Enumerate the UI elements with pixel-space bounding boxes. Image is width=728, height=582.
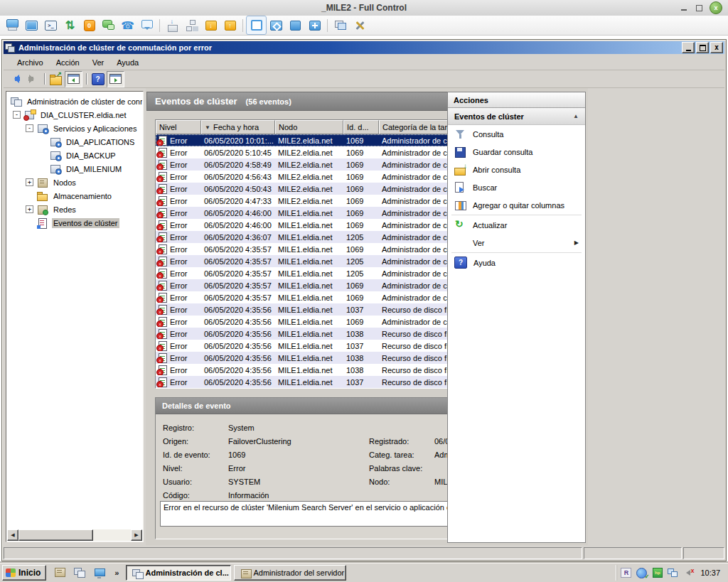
action-ver[interactable]: Ver▶ xyxy=(448,234,585,252)
view-full-icon[interactable] xyxy=(286,16,305,34)
action-actualizar[interactable]: Actualizar xyxy=(448,216,585,234)
scroll-right-button[interactable]: ▶ xyxy=(131,529,142,541)
tray-network-activity-icon[interactable] xyxy=(636,567,648,578)
action-agregar-o-quitar-columnas[interactable]: Agregar o quitar columnas xyxy=(448,196,585,214)
collapse-icon[interactable]: ▲ xyxy=(573,113,579,119)
tree-item-nodos[interactable]: +Nodos xyxy=(7,176,142,189)
maximize-button[interactable] xyxy=(696,42,709,53)
menu-archivo[interactable]: Archivo xyxy=(11,56,50,69)
switch-windows-icon[interactable] xyxy=(331,16,350,34)
quicklaunch-show-desktop-icon[interactable] xyxy=(92,565,107,581)
menu-ver[interactable]: Ver xyxy=(86,56,111,69)
error-icon xyxy=(159,172,167,182)
app-titlebar: Administración de clúster de conmutación… xyxy=(4,41,724,54)
message-icon[interactable] xyxy=(137,16,156,34)
file-transfer-icon[interactable] xyxy=(60,16,80,34)
tree-item-redes[interactable]: +Redes xyxy=(7,203,142,216)
taskbar-button-administracion-de-cl[interactable]: Administración de cl... xyxy=(126,565,231,581)
column-header-nodo[interactable]: Nodo xyxy=(275,120,343,134)
scrollbar-thumb[interactable] xyxy=(18,529,93,541)
action-guardar-consulta[interactable]: Guardar consulta xyxy=(448,143,585,161)
network-hosts-icon[interactable] xyxy=(182,16,201,34)
event-level: Error xyxy=(170,185,187,193)
quicklaunch-server-manager-icon[interactable] xyxy=(52,565,68,581)
console-tree-panel: Administración de clúster de conmu-DIA_C… xyxy=(6,91,144,542)
tray-network-connection-icon[interactable] xyxy=(667,567,679,578)
tree-expander[interactable]: - xyxy=(13,111,21,119)
action-buscar[interactable]: Buscar xyxy=(448,178,585,196)
error-icon xyxy=(159,148,167,158)
voice-call-icon[interactable] xyxy=(118,16,137,34)
event-id: 1069 xyxy=(343,136,379,145)
tree-item-servicios-y-aplicaciones[interactable]: -Servicios y Aplicaciones xyxy=(7,122,142,135)
power-icon[interactable] xyxy=(80,16,99,34)
tree-expander[interactable]: + xyxy=(26,178,33,186)
action-pane-icon[interactable] xyxy=(107,71,124,87)
start-button[interactable]: Inicio xyxy=(2,565,46,581)
back-icon[interactable] xyxy=(7,72,23,87)
tree-item-almacenamiento[interactable]: Almacenamiento xyxy=(7,189,142,203)
actions-group-header[interactable]: Eventos de clúster ▲ xyxy=(448,108,585,125)
scrollbar-track[interactable] xyxy=(93,529,131,541)
close-button[interactable] xyxy=(710,42,723,53)
action-consulta[interactable]: Consulta xyxy=(448,125,585,143)
action-abrir-consulta[interactable]: Abrir consulta xyxy=(448,161,585,178)
terminal-icon[interactable] xyxy=(41,16,60,34)
tree-item-administracion-de-cluster-de-conmu[interactable]: Administración de clúster de conmu xyxy=(7,95,142,108)
taskbar-button-administrador-del-servidor[interactable]: Administrador del servidor xyxy=(234,565,346,581)
tree-item-eventos-de-cluster[interactable]: Eventos de clúster xyxy=(7,216,142,230)
help-icon[interactable] xyxy=(90,72,106,87)
event-datetime: 06/05/2020 4:35:56 xyxy=(201,366,275,374)
scroll-left-button[interactable]: ◀ xyxy=(7,529,18,541)
column-header-id-d[interactable]: Id. d... xyxy=(343,120,379,134)
tray-vnc-icon[interactable] xyxy=(620,567,632,578)
event-level: Error xyxy=(170,173,187,181)
settings-icon[interactable] xyxy=(350,16,369,34)
view-normal-icon[interactable] xyxy=(246,16,267,35)
host-maximize-icon[interactable] xyxy=(695,4,703,12)
tree-expander[interactable]: - xyxy=(26,124,33,132)
event-datetime: 06/05/2020 4:35:57 xyxy=(201,269,275,278)
export-icon[interactable] xyxy=(48,72,64,87)
event-id: 1069 xyxy=(343,161,379,169)
console-tree-icon[interactable] xyxy=(65,71,82,87)
host-minimize-icon[interactable] xyxy=(680,4,688,12)
upload-box-icon[interactable] xyxy=(220,16,240,34)
action-ayuda[interactable]: Ayuda xyxy=(448,254,585,271)
event-id: 1038 xyxy=(343,354,379,362)
quicklaunch-cluster-manager-icon[interactable] xyxy=(72,565,87,581)
tree-item-dia-cluster-eldia-net[interactable]: -DIA_CLUSTER.eldia.net xyxy=(7,108,142,122)
event-datetime: 06/05/2020 4:35:56 xyxy=(201,318,275,326)
view-scale-icon[interactable] xyxy=(305,16,324,34)
networks-icon xyxy=(37,205,49,215)
column-header-fecha-y-hora[interactable]: ▼Fecha y hora xyxy=(201,120,275,134)
tree-item-dia-backup[interactable]: DIA_BACKUP xyxy=(7,149,142,162)
tree-item-dia-aplications[interactable]: DIA_APLICATIONS xyxy=(7,135,142,149)
field-label: Nodo: xyxy=(369,478,434,486)
column-header-nivel[interactable]: Nivel xyxy=(156,120,201,134)
deploy-icon[interactable] xyxy=(163,16,182,34)
detail-field: Nivel:Error xyxy=(163,461,362,475)
menu-ayuda[interactable]: Ayuda xyxy=(110,56,145,69)
minimize-button[interactable] xyxy=(682,42,695,53)
remote-screen-icon[interactable] xyxy=(3,16,22,34)
event-id: 1205 xyxy=(343,269,379,278)
chat-icon[interactable] xyxy=(99,16,118,34)
event-level: Error xyxy=(170,257,187,266)
view-fit-icon[interactable] xyxy=(267,16,286,34)
tree-horizontal-scrollbar[interactable]: ◀ ▶ xyxy=(7,529,142,541)
tray-volume-muted-icon[interactable] xyxy=(682,567,695,578)
host-close-icon[interactable] xyxy=(710,1,722,14)
tray-hp-agent-icon[interactable] xyxy=(651,567,663,578)
event-node: MILE1.eldia.net xyxy=(275,233,343,242)
menu-accion[interactable]: Acción xyxy=(50,56,86,69)
forward-icon[interactable] xyxy=(24,72,41,87)
download-box-icon[interactable] xyxy=(201,16,220,34)
tree-expander[interactable]: + xyxy=(26,205,33,213)
event-id: 1069 xyxy=(343,293,379,302)
fullscreen-icon[interactable] xyxy=(22,16,41,34)
tree-item-dia-milenium[interactable]: DIA_MILENIUM xyxy=(7,162,142,176)
error-icon xyxy=(159,365,167,375)
app-window: Administración de clúster de conmutación… xyxy=(1,39,727,561)
quick-launch-overflow-chevron[interactable]: » xyxy=(114,568,119,577)
